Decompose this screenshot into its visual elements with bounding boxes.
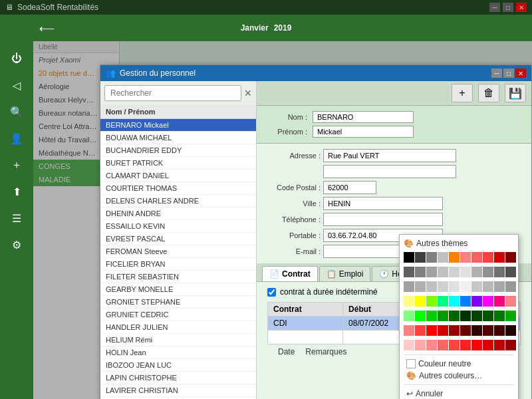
code-postal-input[interactable] (323, 181, 376, 194)
color-cell[interactable] (438, 252, 448, 263)
sidebar-add-button[interactable]: ＋ (5, 153, 29, 177)
person-item[interactable]: ESSAILLO KEVIN (100, 220, 256, 233)
person-item[interactable]: FILETER SEBASTIEN (100, 271, 256, 283)
color-cell[interactable] (415, 296, 426, 307)
color-cell[interactable] (494, 281, 505, 292)
color-cell[interactable] (471, 281, 482, 292)
color-cell[interactable] (404, 296, 414, 307)
color-cell[interactable] (438, 281, 448, 292)
color-cell[interactable] (483, 296, 493, 307)
color-cell[interactable] (438, 340, 448, 350)
color-cell[interactable] (426, 340, 437, 350)
color-cell[interactable] (494, 311, 505, 321)
sidebar-person-button[interactable]: 👤 (5, 126, 29, 150)
color-cell[interactable] (426, 296, 437, 307)
color-cell[interactable] (426, 267, 437, 277)
person-item[interactable]: FEROMAN Steeve (100, 245, 256, 258)
person-item[interactable]: LAPIN CHRISTOPHE (100, 372, 256, 384)
color-cell[interactable] (505, 311, 516, 321)
person-item[interactable]: COURTIER THOMAS (100, 182, 256, 195)
nom-input[interactable] (313, 111, 414, 123)
color-cell[interactable] (505, 325, 516, 336)
color-cell[interactable] (460, 296, 471, 307)
color-cell[interactable] (471, 311, 482, 321)
color-cell[interactable] (505, 296, 516, 307)
person-item[interactable]: BERNARO Mickael (100, 119, 256, 132)
color-cell[interactable] (438, 311, 448, 321)
ville-input[interactable] (323, 197, 443, 210)
adresse2-input[interactable] (323, 165, 456, 178)
color-cell[interactable] (471, 267, 482, 277)
color-cell[interactable] (404, 267, 414, 277)
modal-close-button[interactable]: ✕ (515, 68, 526, 78)
sidebar-search-button[interactable]: 🔍 (5, 100, 29, 124)
person-item[interactable]: BUCHANDRIER EDDY (100, 144, 256, 157)
color-cell[interactable] (505, 281, 516, 292)
person-item[interactable]: GRUNIET CEDRIC (100, 309, 256, 321)
person-item[interactable]: HOLIN Jean (100, 346, 256, 359)
neutral-color-option[interactable]: Couleur neutre (404, 358, 514, 370)
color-cell[interactable] (415, 340, 426, 350)
telephone-input[interactable] (323, 213, 443, 226)
delete-button[interactable]: 🗑 (478, 84, 499, 102)
save-button[interactable]: 💾 (505, 84, 526, 102)
color-cell[interactable] (415, 325, 426, 336)
color-cell[interactable] (460, 252, 471, 263)
person-item[interactable]: IBOZOO JEAN LUC (100, 359, 256, 372)
color-cell[interactable] (438, 267, 448, 277)
color-cell[interactable] (449, 340, 460, 350)
color-cell[interactable] (426, 281, 437, 292)
person-item[interactable]: DHENIN ANDRE (100, 207, 256, 220)
search-clear-button[interactable]: ✕ (244, 88, 252, 98)
color-cell[interactable] (415, 252, 426, 263)
color-cell[interactable] (505, 252, 516, 263)
color-cell[interactable] (483, 340, 493, 350)
color-cell[interactable] (483, 267, 493, 277)
tab-contrat[interactable]: 📄 Contrat (262, 266, 318, 281)
color-cell[interactable] (415, 281, 426, 292)
close-button[interactable]: ✕ (516, 3, 527, 12)
color-cell[interactable] (494, 325, 505, 336)
color-cell[interactable] (460, 340, 471, 350)
color-cell[interactable] (415, 267, 426, 277)
person-item[interactable]: BOUAWA MICHAEL (100, 132, 256, 144)
color-cell[interactable] (471, 325, 482, 336)
color-cell[interactable] (494, 296, 505, 307)
color-cell[interactable] (494, 267, 505, 277)
modal-minimize-button[interactable]: ─ (491, 68, 502, 78)
color-cell[interactable] (449, 311, 460, 321)
other-colors-option[interactable]: 🎨 Autres couleurs… (404, 370, 514, 382)
person-item[interactable]: EVREST PASCAL (100, 233, 256, 245)
adresse-input[interactable] (323, 149, 456, 162)
person-item[interactable]: HANDLER JULIEN (100, 321, 256, 334)
prenom-input[interactable] (313, 126, 414, 138)
sidebar-settings-button[interactable]: ⚙ (5, 233, 29, 257)
color-cell[interactable] (494, 340, 505, 350)
color-cell[interactable] (471, 252, 482, 263)
color-cell[interactable] (438, 325, 448, 336)
sidebar-menu-button[interactable]: ☰ (5, 206, 29, 230)
person-item[interactable]: FICELIER BRYAN (100, 258, 256, 271)
color-cell[interactable] (505, 267, 516, 277)
person-item[interactable]: BURET PATRICK (100, 157, 256, 170)
sidebar-power-button[interactable]: ⏻ (5, 47, 29, 70)
person-item[interactable]: HELIUM Rémi (100, 334, 256, 346)
maximize-button[interactable]: □ (503, 3, 513, 12)
minimize-button[interactable]: ─ (489, 3, 500, 12)
color-cell[interactable] (483, 252, 493, 263)
sidebar-back-button[interactable]: ◁ (5, 73, 29, 97)
person-item[interactable]: GEARBY MONELLE (100, 283, 256, 296)
color-cell[interactable] (426, 252, 437, 263)
color-cell[interactable] (505, 340, 516, 350)
cdi-checkbox[interactable] (267, 288, 276, 297)
color-cell[interactable] (471, 340, 482, 350)
tab-emploi[interactable]: 📋 Emploi (319, 266, 371, 281)
color-cell[interactable] (404, 340, 414, 350)
color-cell[interactable] (449, 281, 460, 292)
color-cell[interactable] (404, 252, 414, 263)
color-picker-header[interactable]: 🎨 Autres thèmes (404, 239, 514, 248)
color-cell[interactable] (449, 325, 460, 336)
color-cell[interactable] (460, 281, 471, 292)
color-cell[interactable] (415, 311, 426, 321)
search-input[interactable] (104, 85, 241, 101)
